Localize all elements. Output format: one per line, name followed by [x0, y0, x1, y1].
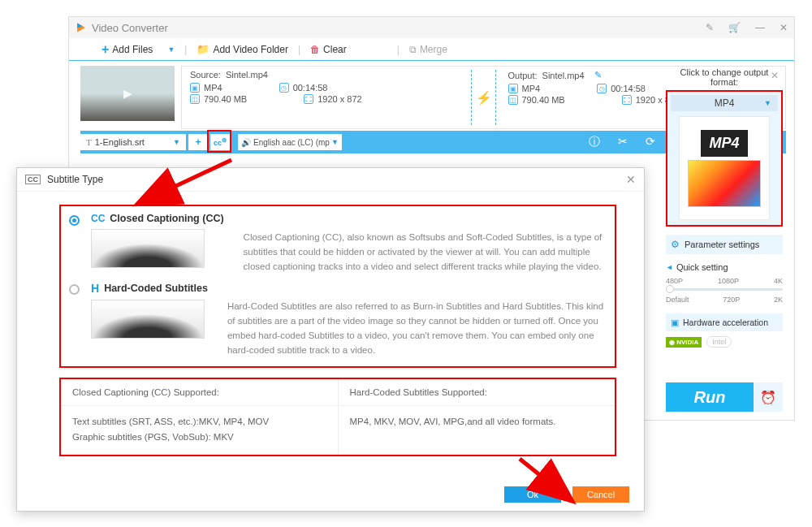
h-icon: H [91, 282, 99, 295]
cc-icon: CC [25, 175, 41, 184]
dialog-footer: Ok Cancel [504, 486, 629, 503]
hard-description: Hard-Coded Subtitles are also referred t… [227, 282, 607, 357]
resolution-icon: ⛶ [304, 94, 313, 104]
video-thumbnail[interactable] [80, 66, 175, 121]
chevron-down-icon: ▼ [764, 99, 771, 107]
cancel-button[interactable]: Cancel [572, 486, 629, 503]
cut-icon[interactable]: ✂ [618, 135, 628, 149]
resolution-icon: ⛶ [622, 95, 632, 105]
hard-illustration [91, 300, 205, 339]
close-icon[interactable]: ✕ [780, 22, 788, 33]
hw-vendor-icons: NVIDIA Intel [666, 336, 783, 348]
output-label: Output: [508, 71, 538, 80]
format-preview: MP4 [679, 116, 770, 220]
merge-button[interactable]: ⧉Merge [409, 44, 447, 55]
option-cc[interactable]: CCClosed Captioning (CC) Closed Captioni… [69, 213, 607, 274]
source-label: Source: [190, 70, 221, 80]
subtitle-type-dialog: CC Subtitle Type ✕ CCClosed Captioning (… [16, 167, 645, 512]
output-filename: Sintel.mp4 [542, 71, 585, 80]
parameter-settings-button[interactable]: ⚙Parameter settings [666, 235, 783, 254]
source-filename: Sintel.mp4 [226, 70, 268, 80]
chevron-down-icon: ▼ [167, 45, 175, 54]
info-icon[interactable]: ⓘ [589, 135, 600, 149]
support-table: Closed Captioning (CC) Supported: Hard-C… [59, 378, 616, 456]
output-duration: 00:14:58 [611, 84, 646, 93]
edit-output-icon[interactable]: ✎ [594, 70, 602, 80]
nvidia-badge: NVIDIA [666, 337, 702, 348]
option-hard[interactable]: HHard-Coded Subtitles Hard-Coded Subtitl… [69, 282, 607, 357]
resolution-slider[interactable] [666, 288, 783, 291]
quick-setting-label: Quick setting [666, 262, 783, 272]
trash-icon: 🗑 [310, 44, 320, 55]
folder-icon: 📁 [197, 43, 209, 55]
hard-option-label: Hard-Coded Subtitles [104, 283, 208, 294]
output-format-selector[interactable]: MP4▼ MP4 [666, 90, 783, 227]
app-logo-icon [76, 22, 87, 33]
run-bar: Run ⏰ [666, 382, 783, 412]
source-size: 790.40 MB [204, 94, 247, 104]
add-subtitle-button[interactable]: + [188, 134, 208, 150]
cc-illustration [91, 229, 205, 268]
add-folder-button[interactable]: 📁Add Video Folder [197, 43, 288, 55]
dialog-titlebar: CC Subtitle Type ✕ [17, 168, 644, 192]
dialog-body: CCClosed Captioning (CC) Closed Captioni… [17, 192, 644, 456]
output-size: 790.40 MB [522, 95, 565, 105]
sliders-icon: ⚙ [671, 239, 680, 250]
window-controls: ✎ 🛒 — ✕ [706, 22, 788, 33]
format-icon: ▣ [190, 83, 200, 93]
size-icon: ◫ [190, 94, 200, 104]
format-icon: ▣ [508, 84, 518, 93]
size-icon: ◫ [508, 95, 518, 105]
clear-button[interactable]: 🗑Clear [310, 44, 347, 55]
subtitle-type-button[interactable]: cc⚙ [210, 134, 230, 150]
subtitle-options-box: CCClosed Captioning (CC) Closed Captioni… [59, 205, 616, 368]
bolt-icon: ⚡ [476, 90, 492, 106]
schedule-button[interactable]: ⏰ [754, 382, 783, 412]
ok-button[interactable]: Ok [504, 486, 561, 503]
run-button[interactable]: Run [666, 382, 754, 412]
hard-supported-body: MP4, MKV, MOV, AVI, MPG,and all video fo… [339, 406, 615, 455]
source-duration: 00:14:58 [293, 83, 328, 93]
clock-icon: ◷ [597, 84, 607, 93]
rotate-icon[interactable]: ⟳ [646, 135, 655, 149]
plus-icon: + [102, 42, 109, 57]
settings-icon[interactable]: ✎ [706, 22, 714, 33]
cc-option-label: Closed Captioning (CC) [110, 213, 223, 224]
source-format: MP4 [204, 83, 222, 93]
clock-icon: ◷ [279, 83, 289, 93]
audio-select[interactable]: 🔊English aac (LC) (mp▼ [238, 134, 342, 150]
alarm-icon: ⏰ [760, 390, 776, 405]
cc-description: Closed Captioning (CC), also known as So… [244, 213, 607, 274]
quick-setting-section: Quick setting 480P1080P4K Default720P2K [666, 262, 783, 304]
minimize-icon[interactable]: — [755, 22, 765, 33]
cc-supported-body: Text subtitles (SRT, ASS, etc.):MKV, MP4… [61, 406, 339, 455]
merge-icon: ⧉ [409, 44, 417, 55]
speaker-icon: 🔊 [241, 138, 251, 147]
dialog-title: Subtitle Type [47, 174, 103, 185]
intel-badge: Intel [706, 336, 732, 348]
subtitle-select[interactable]: T1-English.srt▼ [80, 134, 186, 150]
radio-hard[interactable] [69, 284, 80, 295]
format-badge: MP4 [701, 130, 747, 157]
hardware-accel-button[interactable]: ▣Hardware acceleration [666, 313, 783, 331]
output-format: MP4 [522, 84, 541, 93]
radio-cc[interactable] [69, 215, 80, 226]
output-format-label: Click to change output format: [666, 67, 783, 87]
cc-supported-header: Closed Captioning (CC) Supported: [61, 379, 339, 406]
annotation-box [207, 130, 231, 153]
right-panel: Click to change output format: MP4▼ MP4 … [666, 67, 783, 348]
format-name: MP4 [715, 97, 735, 109]
media-divider: ⚡ [468, 67, 500, 128]
dialog-close-icon[interactable]: ✕ [626, 173, 636, 186]
cc-icon: CC [91, 213, 105, 224]
plus-icon: + [195, 136, 201, 148]
app-title: Video Converter [92, 22, 168, 34]
source-resolution: 1920 x 872 [317, 94, 361, 104]
chip-icon: ▣ [671, 317, 679, 327]
format-art [688, 160, 761, 207]
source-panel: Source:Sintel.mp4 ▣MP4 ◷00:14:58 ◫790.40… [182, 67, 468, 128]
title-bar: Video Converter ✎ 🛒 — ✕ [69, 17, 794, 38]
add-files-button[interactable]: +Add Files▼ [102, 42, 175, 57]
cart-icon[interactable]: 🛒 [728, 22, 741, 33]
hard-supported-header: Hard-Coded Subtitles Supported: [339, 379, 615, 406]
